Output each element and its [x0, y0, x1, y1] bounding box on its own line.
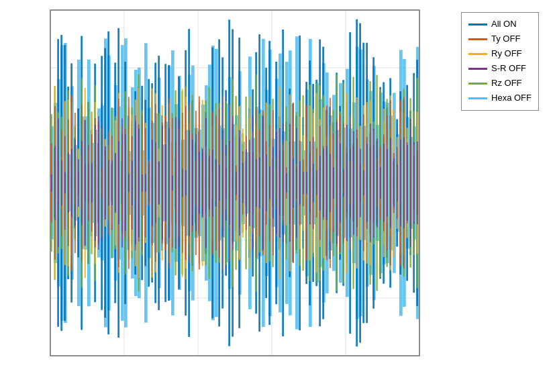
svg-rect-400: [266, 154, 267, 211]
svg-rect-46: [68, 153, 69, 213]
svg-rect-502: [323, 148, 324, 217]
svg-rect-142: [121, 118, 123, 247]
svg-rect-316: [219, 165, 220, 201]
svg-rect-514: [330, 154, 331, 211]
svg-rect-100: [98, 116, 99, 250]
legend-label-ty-off: Ty OFF: [491, 32, 520, 46]
svg-rect-454: [296, 128, 297, 238]
svg-rect-322: [222, 130, 223, 236]
svg-rect-232: [172, 175, 173, 190]
svg-rect-646: [403, 138, 405, 228]
svg-rect-208: [158, 162, 160, 204]
svg-rect-82: [88, 145, 89, 220]
svg-rect-430: [283, 123, 284, 242]
svg-rect-328: [226, 145, 227, 220]
svg-rect-304: [212, 150, 213, 216]
svg-rect-634: [397, 164, 398, 201]
legend-item-ty-off: Ty OFF: [468, 32, 532, 46]
svg-rect-220: [165, 144, 166, 222]
svg-rect-166: [135, 121, 136, 245]
svg-rect-598: [377, 138, 378, 227]
svg-rect-88: [91, 163, 93, 202]
svg-rect-532: [340, 144, 341, 223]
svg-rect-670: [417, 142, 418, 224]
svg-rect-172: [138, 128, 140, 237]
svg-rect-412: [272, 147, 274, 219]
svg-rect-160: [132, 160, 133, 205]
svg-rect-136: [118, 142, 119, 225]
svg-rect-382: [256, 159, 257, 207]
svg-rect-310: [215, 159, 217, 207]
svg-rect-658: [410, 119, 411, 247]
svg-rect-622: [390, 138, 391, 228]
svg-rect-436: [286, 173, 287, 193]
svg-rect-406: [269, 166, 270, 199]
svg-rect-118: [108, 160, 109, 205]
svg-rect-346: [236, 171, 237, 195]
svg-rect-262: [189, 130, 190, 236]
svg-rect-424: [279, 128, 281, 238]
legend-color-hexa-off: [468, 97, 487, 99]
legend-item-rz-off: Rz OFF: [468, 76, 532, 91]
legend-label-all-on: All ON: [491, 17, 517, 32]
svg-rect-70: [81, 141, 83, 226]
svg-rect-352: [239, 130, 240, 236]
svg-rect-538: [343, 169, 344, 197]
svg-rect-574: [363, 170, 364, 195]
legend-label-rz-off: Rz OFF: [491, 76, 522, 91]
svg-rect-298: [209, 156, 210, 210]
svg-rect-94: [95, 126, 96, 241]
svg-rect-394: [262, 116, 264, 250]
svg-rect-640: [400, 140, 401, 226]
svg-rect-484: [313, 164, 314, 202]
svg-rect-256: [185, 170, 187, 195]
legend-color-ty-off: [468, 38, 487, 40]
svg-rect-442: [289, 124, 291, 242]
legend-label-sr-off: S-R OFF: [491, 61, 526, 76]
svg-rect-52: [71, 149, 72, 217]
legend-color-rz-off: [468, 83, 487, 85]
svg-rect-292: [205, 118, 207, 248]
svg-rect-520: [333, 167, 334, 199]
svg-rect-490: [316, 170, 317, 195]
svg-rect-214: [162, 126, 163, 240]
svg-rect-238: [175, 117, 177, 248]
legend-color-all-on: [468, 23, 487, 26]
svg-rect-202: [155, 142, 156, 224]
svg-rect-526: [336, 122, 338, 244]
svg-rect-544: [346, 125, 348, 241]
svg-rect-154: [128, 174, 130, 193]
svg-rect-244: [179, 119, 180, 246]
svg-rect-610: [383, 144, 385, 222]
legend-color-ry-off: [468, 53, 487, 55]
svg-rect-184: [145, 174, 146, 191]
legend-item-sr-off: S-R OFF: [468, 61, 532, 76]
svg-rect-58: [74, 140, 76, 226]
svg-rect-106: [101, 126, 103, 240]
chart-legend: All ON Ty OFF Ry OFF S-R OFF Rz OFF Hexa…: [461, 12, 539, 111]
svg-rect-388: [259, 157, 260, 208]
svg-rect-604: [380, 167, 381, 199]
svg-rect-34: [61, 160, 62, 205]
svg-rect-280: [199, 152, 200, 214]
svg-rect-478: [309, 142, 311, 225]
svg-rect-112: [105, 146, 106, 219]
chart-container: All ON Ty OFF Ry OFF S-R OFF Rz OFF Hexa…: [0, 0, 551, 392]
svg-rect-130: [115, 153, 116, 213]
svg-rect-274: [195, 134, 197, 231]
svg-rect-466: [303, 172, 304, 194]
svg-rect-196: [152, 140, 153, 226]
svg-rect-628: [393, 158, 395, 207]
svg-rect-148: [125, 134, 126, 231]
svg-rect-376: [252, 116, 254, 250]
legend-label-hexa-off: Hexa OFF: [491, 91, 532, 105]
svg-rect-568: [360, 149, 361, 217]
legend-color-sr-off: [468, 68, 487, 70]
svg-rect-580: [366, 144, 368, 222]
svg-rect-124: [111, 160, 113, 205]
svg-rect-550: [350, 148, 351, 218]
svg-rect-586: [370, 124, 371, 242]
svg-rect-370: [249, 140, 250, 226]
svg-rect-178: [142, 175, 143, 191]
svg-rect-418: [276, 132, 277, 234]
